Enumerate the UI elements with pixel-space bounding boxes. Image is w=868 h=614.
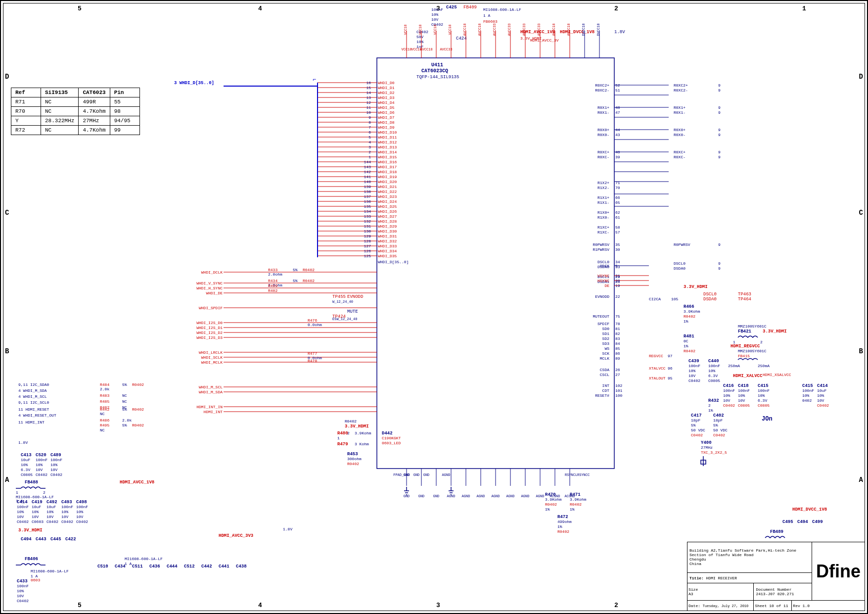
table-header-cat: CAT6023 bbox=[79, 88, 110, 97]
col-4-bot: 4 bbox=[258, 602, 262, 609]
schematic-title: HDMI RECEIVER bbox=[706, 576, 737, 580]
doc-number: 2413-J07 820.271 bbox=[756, 592, 794, 596]
row-a-right: A bbox=[859, 476, 863, 484]
rev-num: 1.0 bbox=[803, 604, 810, 608]
table-row: R72 NC 4.7Kohm 99 bbox=[11, 126, 140, 135]
row-c-left: C bbox=[5, 209, 9, 217]
col-5-bot: 5 bbox=[78, 602, 82, 609]
sheet-size: A3 bbox=[688, 592, 693, 596]
dfine-logo: Dfine bbox=[816, 561, 861, 581]
col-2-bot: 2 bbox=[614, 602, 618, 609]
sheet-total: 11 bbox=[783, 604, 788, 608]
col-2-top: 2 bbox=[614, 5, 618, 12]
company-address: Building A2,Tianfu Software Park,Hi-tech… bbox=[687, 542, 812, 572]
row-b-left: B bbox=[5, 347, 9, 355]
row-b-right: B bbox=[859, 347, 863, 355]
table-header-sii: SiI9135 bbox=[41, 88, 79, 97]
col-5-top: 5 bbox=[78, 5, 82, 12]
table-row: Y 28.322MHz 27MHz 94/95 bbox=[11, 116, 140, 126]
component-table: Ref SiI9135 CAT6023 Pin R71 NC 499R 55 R… bbox=[11, 88, 140, 135]
schematic-container: 5 4 3 2 1 5 4 3 2 1 D D C C B B A A Ref … bbox=[0, 0, 868, 614]
col-4-top: 4 bbox=[258, 5, 262, 12]
sheet-num: 10 bbox=[769, 604, 774, 608]
title-block: Building A2,Tianfu Software Park,Hi-tech… bbox=[687, 542, 865, 611]
table-row: R71 NC 499R 55 bbox=[11, 97, 140, 107]
row-d-right: D bbox=[859, 73, 863, 81]
table-header-pin: Pin bbox=[110, 88, 139, 97]
table-header-ref: Ref bbox=[11, 88, 41, 97]
row-d-left: D bbox=[5, 73, 9, 81]
row-a-left: A bbox=[5, 476, 9, 484]
schematic-date: Tuesday, July 27, 2010 bbox=[703, 604, 748, 608]
row-c-right: C bbox=[859, 209, 863, 217]
col-1-top: 1 bbox=[802, 5, 806, 12]
col-3-top: 3 bbox=[436, 5, 440, 12]
table-row: R70 NC 4.7Kohm 98 bbox=[11, 107, 140, 116]
col-3-bot: 3 bbox=[436, 602, 440, 609]
